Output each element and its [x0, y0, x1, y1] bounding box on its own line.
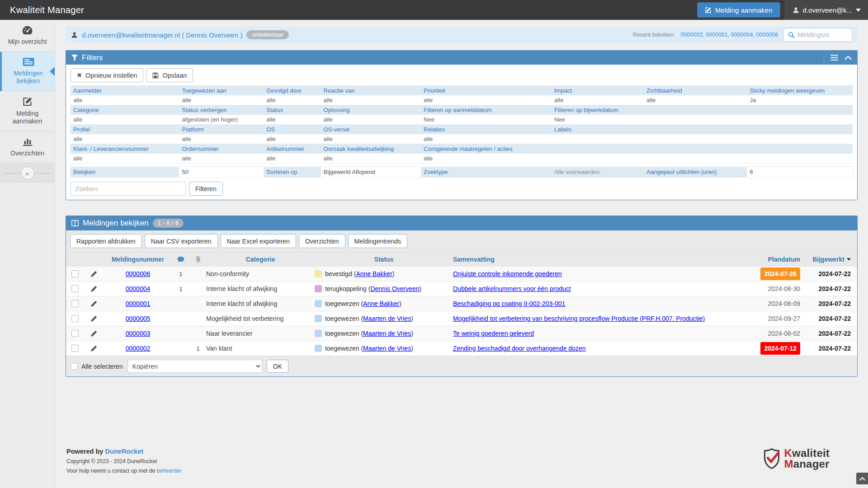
sidebar-collapse-button[interactable]: « [21, 166, 34, 180]
select-all-checkbox[interactable] [71, 363, 78, 370]
status-person-link[interactable]: Maarten de Vries [363, 315, 411, 322]
filter-field-value[interactable]: alle [321, 95, 421, 105]
recent-melding-link[interactable]: 0000001 [706, 32, 728, 38]
scroll-top-button[interactable] [856, 473, 868, 484]
filters-save-button[interactable]: Opslaan [146, 68, 193, 82]
column-header-samenvatting[interactable]: Samenvatting [453, 256, 748, 263]
filter-field-value[interactable]: alle [321, 154, 421, 163]
ok-button[interactable]: OK [267, 360, 288, 373]
filter-field-value[interactable]: alle [179, 154, 264, 163]
filters-reset-button[interactable]: ✖ Opnieuw instellen [71, 68, 143, 82]
filter-field-value[interactable]: alle [321, 115, 421, 124]
beheerder-link[interactable]: beheerder [156, 468, 181, 474]
filter-field-value[interactable]: Alle voorwaarden [552, 167, 644, 178]
filter-field-value[interactable]: Nee [552, 115, 644, 124]
toolbar-button[interactable]: Rapporten afdrukken [70, 234, 142, 248]
filter-field-value[interactable] [747, 115, 853, 124]
row-edit-button[interactable] [84, 345, 104, 352]
filter-field-value[interactable]: alle [179, 95, 264, 105]
sidebar-item-melding-aanmaken[interactable]: Melding aanmaken [0, 91, 55, 131]
filter-field-value[interactable] [644, 154, 747, 163]
row-edit-button[interactable] [84, 270, 104, 277]
filter-field-value[interactable] [552, 134, 644, 144]
row-edit-button[interactable] [84, 330, 104, 337]
meldingsnr-search-input[interactable] [797, 31, 848, 38]
filter-field-value[interactable]: alle [421, 95, 552, 105]
filter-field-value[interactable]: alle [264, 115, 321, 124]
sidebar-item-mijn-overzicht[interactable]: Mijn overzicht [0, 20, 55, 52]
filter-field-value[interactable] [644, 134, 747, 144]
column-header-plandatum[interactable]: Plandatum [748, 256, 807, 263]
row-checkbox[interactable] [71, 345, 79, 352]
samenvatting-link[interactable]: Te weinig goederen geleverd [453, 330, 534, 337]
row-edit-button[interactable] [84, 315, 104, 322]
sidebar-item-overzichten[interactable]: Overzichten [0, 131, 55, 164]
toolbar-button[interactable]: Naar Excel exporteren [221, 234, 296, 248]
filter-field-value[interactable]: 50 [179, 167, 264, 178]
row-edit-button[interactable] [84, 300, 104, 307]
recent-melding-link[interactable]: 0000004 [731, 32, 753, 38]
meldingsnummer-link[interactable]: 0000001 [126, 300, 151, 307]
toolbar-button[interactable]: Overzichten [299, 234, 345, 248]
collapse-panel-icon[interactable] [844, 55, 852, 60]
meldingsnummer-link[interactable]: 0000003 [126, 330, 151, 337]
status-person-link[interactable]: Maarten de Vries [363, 330, 411, 337]
filter-field-value[interactable]: alle [71, 134, 179, 144]
row-edit-button[interactable] [84, 285, 104, 292]
row-checkbox[interactable] [71, 315, 79, 322]
menu-icon[interactable] [830, 55, 838, 61]
filter-field-value[interactable]: Ja [747, 95, 853, 105]
row-checkbox[interactable] [71, 330, 79, 337]
filter-field-value[interactable]: alle [71, 154, 179, 163]
column-header-status[interactable]: Status [315, 256, 453, 263]
samenvatting-link[interactable]: Onjuiste controle inkomende goederen [453, 270, 562, 277]
filter-field-value[interactable] [747, 154, 853, 163]
meldingsnummer-link[interactable]: 0000005 [126, 315, 151, 322]
dunerocket-link[interactable]: DuneRocket [105, 448, 143, 455]
samenvatting-link[interactable]: Dubbele artikelnummers voor één product [453, 285, 571, 292]
samenvatting-link[interactable]: Zending beschadigd door overhangende doz… [453, 345, 585, 352]
filter-field-value[interactable] [552, 154, 644, 163]
column-header-categorie[interactable]: Categorie [206, 256, 315, 263]
samenvatting-link[interactable]: Mogelijkheid tot verbetering van beschri… [453, 315, 705, 322]
filter-field-value[interactable]: alle [421, 134, 552, 144]
status-person-link[interactable]: Anne Bakker [356, 270, 392, 277]
filter-field-value[interactable] [747, 134, 853, 144]
toolbar-button[interactable]: Naar CSV exporteren [145, 234, 218, 248]
recent-melding-link[interactable]: 0000006 [756, 32, 778, 38]
filter-apply-button[interactable]: Filteren [189, 182, 223, 196]
status-person-link[interactable]: Anne Bakker [363, 300, 399, 307]
filter-field-value[interactable]: afgesloten (en hoger) [179, 115, 264, 124]
filter-field-value[interactable]: 6 [747, 167, 853, 178]
sidebar-item-meldingen-bekijken[interactable]: Meldingen bekijken [0, 52, 55, 91]
meldingsnummer-link[interactable]: 0000002 [126, 345, 151, 352]
toolbar-button[interactable]: Meldingentrends [348, 234, 408, 248]
filter-field-value[interactable]: Nee [421, 115, 552, 124]
filter-field-value[interactable]: alle [264, 95, 321, 105]
filter-field-value[interactable]: alle [264, 134, 321, 144]
filter-field-value[interactable]: alle [644, 95, 747, 105]
column-header-bijgewerkt[interactable]: Bijgewerkt [807, 256, 857, 263]
user-profile-link[interactable]: d.overveen@kwaliteitmanager.nl ( Dennis … [82, 31, 242, 39]
filter-field-value[interactable]: alle [421, 154, 552, 163]
filter-field-value[interactable]: alle [321, 134, 421, 144]
filter-field-value[interactable]: alle [264, 154, 321, 163]
user-menu[interactable]: d.overveen@k... [785, 0, 868, 20]
filter-field-value[interactable]: Bijgewerkt Aflopend [321, 167, 421, 178]
meldingsnummer-link[interactable]: 0000006 [126, 270, 151, 277]
create-melding-button[interactable]: Melding aanmaken [697, 2, 780, 18]
filter-field-value[interactable]: alle [71, 95, 179, 105]
filter-field-value[interactable] [644, 115, 747, 124]
filter-field-value[interactable]: alle [552, 95, 644, 105]
column-header-meldingsnummer[interactable]: Meldingsnummer [104, 256, 172, 263]
row-checkbox[interactable] [71, 270, 79, 277]
bulk-action-select[interactable]: Kopiëren [127, 360, 262, 373]
row-checkbox[interactable] [71, 285, 79, 292]
filter-field-value[interactable]: alle [71, 115, 179, 124]
samenvatting-link[interactable]: Beschadiging op coating II-002-203-001 [453, 300, 565, 307]
filter-field-value[interactable]: alle [179, 134, 264, 144]
row-checkbox[interactable] [71, 300, 79, 307]
status-person-link[interactable]: Dennis Overveen [370, 285, 419, 292]
filter-search-input[interactable] [71, 182, 186, 196]
recent-melding-link[interactable]: 0000002 [680, 32, 703, 38]
